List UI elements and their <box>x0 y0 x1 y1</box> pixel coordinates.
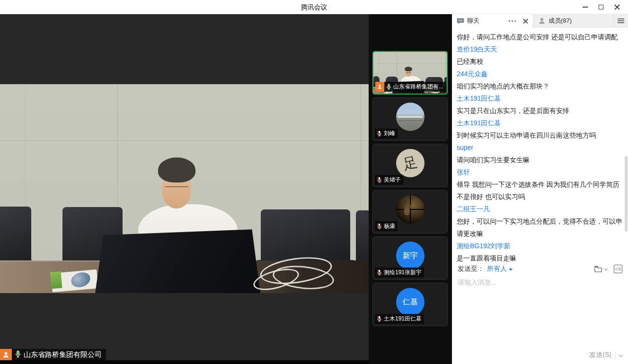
maximize-button[interactable] <box>593 0 609 14</box>
chat-history-button[interactable] <box>594 265 607 273</box>
participant-tile[interactable]: 山东省路桥集团有... <box>372 51 448 95</box>
more-options-icon[interactable] <box>509 20 516 22</box>
chat-message-sender[interactable]: 张轩 <box>457 166 623 178</box>
chat-message: 造价19白天天 已经离校 <box>457 43 623 68</box>
participant-label: 吴绪子 <box>375 175 403 185</box>
send-to-label: 发送至： <box>458 265 484 273</box>
chat-message-text: 领导 我想问一下这个选拔条件 因为我们有几个同学简历 不是很好 也可以实习吗 <box>457 178 623 203</box>
speaker-hair <box>158 157 195 182</box>
chat-message-sender[interactable]: 造价19白天天 <box>457 43 623 55</box>
panel-menu-button[interactable] <box>613 14 628 27</box>
members-icon <box>538 17 546 25</box>
stage-bottom-strip <box>0 360 369 364</box>
tab-chat[interactable]: 聊天 <box>452 14 533 27</box>
chat-message-sender[interactable]: 244元众鑫 <box>457 68 623 80</box>
chat-message-text: 实习是只在山东实习，还是后面有安排 <box>457 104 623 117</box>
tencent-meeting-window: 腾讯会议 <box>0 0 628 364</box>
speaker-glasses <box>406 72 411 73</box>
chat-message-text: 您好，可以问一下实习地点分配后，觉得不合适，可以申请更改嘛 <box>457 215 623 240</box>
main-video-frame <box>0 84 369 293</box>
chat-scrollbar[interactable] <box>625 156 628 232</box>
chat-message-text: 咱们实习的地点的大概在那块？ <box>457 80 623 92</box>
chat-message: 244元众鑫 咱们实习的地点的大概在那块？ <box>457 68 623 92</box>
participant-avatar: 新宇 <box>396 242 425 270</box>
speaker-head <box>159 160 194 208</box>
participant-tile[interactable]: 刘峰 <box>372 97 448 141</box>
chat-message-sender[interactable]: 测绘BG192刘学新 <box>457 240 623 252</box>
participant-tile[interactable]: 足 吴绪子 <box>372 144 448 187</box>
window-controls <box>577 0 625 14</box>
speaker-head <box>405 67 412 77</box>
participant-name: 吴绪子 <box>384 176 401 184</box>
tab-members[interactable]: 成员(87) <box>533 14 613 27</box>
mic-on-icon <box>14 350 22 359</box>
send-button[interactable]: 发送(S) <box>589 351 611 359</box>
chat-message: 你好，请问工作地点是公司安排 还是可以自己申请调配 <box>457 31 623 43</box>
minimize-button[interactable] <box>577 0 593 14</box>
message-input[interactable]: 请输入消息... <box>458 278 622 287</box>
host-badge-icon <box>375 82 384 92</box>
send-button-divider <box>615 351 616 359</box>
mic-muted-icon <box>376 269 382 276</box>
participant-label: 杨康 <box>375 221 398 231</box>
participant-tile[interactable]: 杨康 <box>372 190 448 234</box>
green-notebook <box>50 271 62 289</box>
chat-message-text: 是一直跟着项目走嘛 <box>457 252 623 262</box>
tab-members-label: 成员(87) <box>548 17 572 25</box>
participant-filmstrip: 山东省路桥集团有... 刘峰 足 吴绪子 杨康 新宇 <box>369 14 452 364</box>
chat-message: 测绘BG192刘学新 是一直跟着项目走嘛 <box>457 240 623 262</box>
chat-message: 土木191田仁基 实习是只在山东实习，还是后面有安排 <box>457 92 623 117</box>
person-icon <box>377 84 382 89</box>
chat-message-text: 到时候实习可以主动申请在四川云南这些地方吗 <box>457 129 623 141</box>
participant-tile[interactable]: 新宇 测绘191张新宇 <box>372 236 448 280</box>
participant-tile[interactable]: 仁基 土木191田仁基 <box>372 283 448 326</box>
announcement-button[interactable]: 公告 <box>614 265 622 273</box>
chat-message-sender[interactable]: 土木191田仁基 <box>457 117 623 129</box>
video-scene <box>0 84 369 293</box>
chat-message-sender[interactable]: super <box>457 141 623 154</box>
participant-avatar: 仁基 <box>396 288 425 316</box>
mic-muted-icon <box>376 223 382 229</box>
main-video[interactable]: 山东省路桥集团有限公司 <box>0 14 369 364</box>
chat-message-list: 你好，请问工作地点是公司安排 还是可以自己申请调配 造价19白天天 已经离校 2… <box>452 27 628 262</box>
participant-avatar <box>396 103 425 131</box>
participant-label: 刘峰 <box>375 129 398 139</box>
window-title: 腾讯会议 <box>0 0 628 14</box>
message-input-area[interactable]: 请输入消息... 发送(S) <box>452 276 628 364</box>
close-chat-icon[interactable] <box>523 18 528 24</box>
mic-muted-icon <box>376 316 382 322</box>
chat-message: super 请问咱们实习生要女生嘛 <box>457 141 623 166</box>
mic-on-icon <box>14 350 22 358</box>
send-options-chevron-icon[interactable] <box>619 353 623 357</box>
title-bar: 腾讯会议 <box>0 0 628 14</box>
chat-message: 张轩 领导 我想问一下这个选拔条件 因为我们有几个同学简历 不是很好 也可以实习… <box>457 166 623 203</box>
participant-name: 山东省路桥集团有... <box>393 83 443 91</box>
chat-message-sender[interactable]: 土木191田仁基 <box>457 92 623 104</box>
main-speaker-label: 山东省路桥集团有限公司 <box>0 349 106 361</box>
speaker-hair <box>405 67 412 72</box>
participant-avatar: 足 <box>396 149 425 177</box>
wall-seam <box>0 140 369 141</box>
participant-name: 刘峰 <box>384 130 395 138</box>
send-to-dropdown[interactable]: 所有人 <box>487 265 513 273</box>
close-icon <box>614 4 620 10</box>
hamburger-icon <box>618 18 624 23</box>
chat-panel: 聊天 成员(87) 你好，请问工作地点是公司安排 还是可以自己申请调配 造价19… <box>452 14 628 364</box>
close-button[interactable] <box>609 0 625 14</box>
speaker-glasses <box>165 186 188 187</box>
participant-label: 土木191田仁基 <box>375 314 424 324</box>
dropdown-triangle-icon <box>509 269 513 271</box>
laptop <box>95 229 260 293</box>
chat-message: 二组王一凡 您好，可以问一下实习地点分配后，觉得不合适，可以申请更改嘛 <box>457 203 623 240</box>
main-speaker-name: 山东省路桥集团有限公司 <box>24 350 102 359</box>
chevron-down-icon <box>604 266 608 270</box>
mic-on-icon <box>386 84 392 90</box>
chat-bubble-icon <box>457 17 464 25</box>
send-button-group: 发送(S) <box>589 351 623 359</box>
maximize-icon <box>599 5 603 9</box>
participant-label: 山东省路桥集团有... <box>375 82 446 92</box>
chat-message-sender[interactable]: 二组王一凡 <box>457 203 623 215</box>
chat-message-text: 你好，请问工作地点是公司安排 还是可以自己申请调配 <box>457 31 623 43</box>
participant-label: 测绘191张新宇 <box>375 268 424 277</box>
participant-avatar <box>396 195 425 224</box>
